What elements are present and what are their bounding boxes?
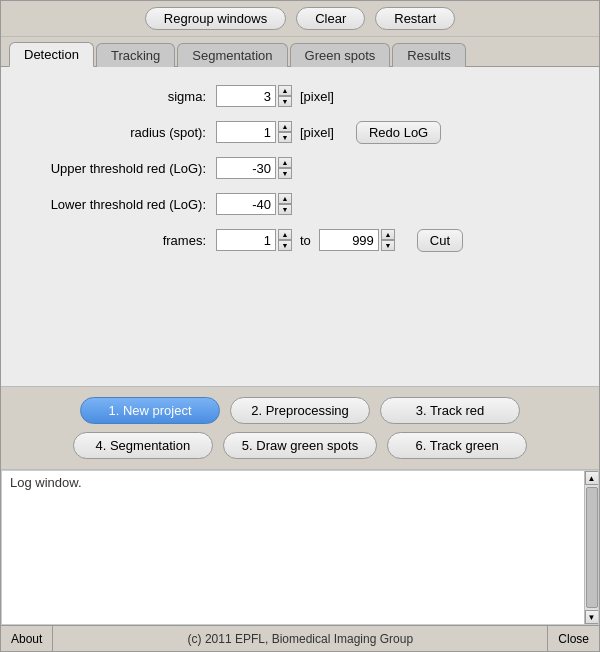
toolbar: Regroup windows Clear Restart: [1, 1, 599, 37]
lower-threshold-row: Lower threshold red (LoG): ▲ ▼: [21, 191, 579, 217]
redo-log-button[interactable]: Redo LoG: [356, 121, 441, 144]
frames-row: frames: ▲ ▼ to ▲ ▼ Cut: [21, 227, 579, 253]
lower-threshold-input-group: ▲ ▼: [216, 193, 292, 215]
sigma-label: sigma:: [21, 89, 216, 104]
tab-results[interactable]: Results: [392, 43, 465, 67]
main-window: Regroup windows Clear Restart Detection …: [0, 0, 600, 652]
upper-threshold-input[interactable]: [216, 157, 276, 179]
radius-input[interactable]: [216, 121, 276, 143]
radius-up-btn[interactable]: ▲: [278, 121, 292, 132]
sigma-down-btn[interactable]: ▼: [278, 96, 292, 107]
tab-green-spots[interactable]: Green spots: [290, 43, 391, 67]
sigma-unit: [pixel]: [300, 89, 334, 104]
frames-input-group: ▲ ▼ to ▲ ▼ Cut: [216, 229, 463, 252]
tab-tracking[interactable]: Tracking: [96, 43, 175, 67]
upper-threshold-label: Upper threshold red (LoG):: [21, 161, 216, 176]
about-button[interactable]: About: [1, 626, 53, 651]
scrollbar-thumb[interactable]: [586, 487, 598, 608]
sigma-spinner: ▲ ▼: [278, 85, 292, 107]
lower-threshold-spinner: ▲ ▼: [278, 193, 292, 215]
upper-threshold-row: Upper threshold red (LoG): ▲ ▼: [21, 155, 579, 181]
tab-detection[interactable]: Detection: [9, 42, 94, 67]
segmentation-button[interactable]: 4. Segmentation: [73, 432, 213, 459]
scrollbar-up-btn[interactable]: ▲: [585, 471, 599, 485]
content-area: sigma: ▲ ▼ [pixel] radius (spot): ▲ ▼ [p…: [1, 67, 599, 387]
regroup-windows-button[interactable]: Regroup windows: [145, 7, 286, 30]
sigma-input[interactable]: [216, 85, 276, 107]
sigma-input-group: ▲ ▼ [pixel]: [216, 85, 334, 107]
log-scrollbar: ▲ ▼: [584, 471, 598, 624]
cut-button[interactable]: Cut: [417, 229, 463, 252]
draw-green-spots-button[interactable]: 5. Draw green spots: [223, 432, 377, 459]
workflow-row-2: 4. Segmentation 5. Draw green spots 6. T…: [13, 432, 587, 459]
frames-from-down-btn[interactable]: ▼: [278, 240, 292, 251]
radius-down-btn[interactable]: ▼: [278, 132, 292, 143]
upper-threshold-up-btn[interactable]: ▲: [278, 157, 292, 168]
frames-to-up-btn[interactable]: ▲: [381, 229, 395, 240]
restart-button[interactable]: Restart: [375, 7, 455, 30]
radius-row: radius (spot): ▲ ▼ [pixel] Redo LoG: [21, 119, 579, 145]
upper-threshold-input-group: ▲ ▼: [216, 157, 292, 179]
scrollbar-down-btn[interactable]: ▼: [585, 610, 599, 624]
status-text: (c) 2011 EPFL, Biomedical Imaging Group: [53, 632, 547, 646]
log-wrapper: Log window. ▲ ▼: [1, 470, 599, 625]
preprocessing-button[interactable]: 2. Preprocessing: [230, 397, 370, 424]
new-project-button[interactable]: 1. New project: [80, 397, 220, 424]
radius-spinner: ▲ ▼: [278, 121, 292, 143]
lower-threshold-input[interactable]: [216, 193, 276, 215]
tab-bar: Detection Tracking Segmentation Green sp…: [1, 37, 599, 67]
track-green-button[interactable]: 6. Track green: [387, 432, 527, 459]
frames-to-spinner: ▲ ▼: [381, 229, 395, 251]
track-red-button[interactable]: 3. Track red: [380, 397, 520, 424]
radius-input-group: ▲ ▼ [pixel] Redo LoG: [216, 121, 441, 144]
frames-from-up-btn[interactable]: ▲: [278, 229, 292, 240]
lower-threshold-down-btn[interactable]: ▼: [278, 204, 292, 215]
status-bar: About (c) 2011 EPFL, Biomedical Imaging …: [1, 625, 599, 651]
log-text: Log window.: [10, 475, 82, 490]
clear-button[interactable]: Clear: [296, 7, 365, 30]
upper-threshold-down-btn[interactable]: ▼: [278, 168, 292, 179]
lower-threshold-up-btn[interactable]: ▲: [278, 193, 292, 204]
sigma-row: sigma: ▲ ▼ [pixel]: [21, 83, 579, 109]
frames-to-down-btn[interactable]: ▼: [381, 240, 395, 251]
radius-label: radius (spot):: [21, 125, 216, 140]
log-content: Log window.: [2, 471, 598, 624]
close-button[interactable]: Close: [547, 626, 599, 651]
upper-threshold-spinner: ▲ ▼: [278, 157, 292, 179]
lower-threshold-label: Lower threshold red (LoG):: [21, 197, 216, 212]
log-area: Log window. ▲ ▼: [1, 470, 599, 625]
radius-unit: [pixel]: [300, 125, 334, 140]
tab-segmentation[interactable]: Segmentation: [177, 43, 287, 67]
sigma-up-btn[interactable]: ▲: [278, 85, 292, 96]
frames-to-label: to: [300, 233, 311, 248]
frames-label: frames:: [21, 233, 216, 248]
frames-from-spinner: ▲ ▼: [278, 229, 292, 251]
workflow-area: 1. New project 2. Preprocessing 3. Track…: [1, 387, 599, 470]
workflow-row-1: 1. New project 2. Preprocessing 3. Track…: [13, 397, 587, 424]
frames-from-input[interactable]: [216, 229, 276, 251]
frames-to-input[interactable]: [319, 229, 379, 251]
